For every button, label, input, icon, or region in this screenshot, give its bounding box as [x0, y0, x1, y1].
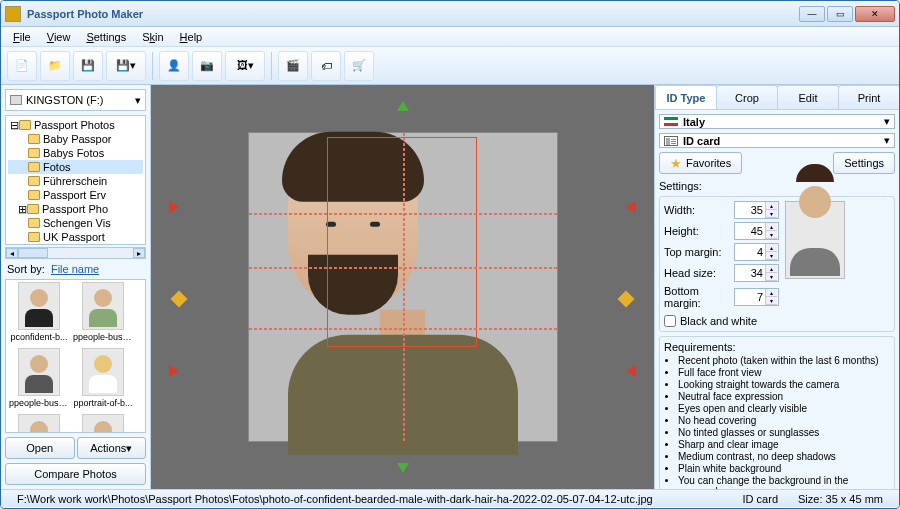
marker-left-bot[interactable]	[169, 365, 179, 377]
sort-row: Sort by:File name	[3, 261, 148, 277]
status-bar: F:\Work work work\Photos\Passport Photos…	[1, 489, 899, 507]
tab-idtype[interactable]: ID Type	[655, 85, 717, 109]
country-select[interactable]: Italy▾	[659, 114, 895, 129]
thumb-item[interactable]: pportrait-of-b...	[72, 348, 134, 412]
thumb-item[interactable]: ppeople-busin...	[8, 348, 70, 412]
tag-button[interactable]: 🏷	[311, 51, 341, 81]
image-dropdown[interactable]: 🖼▾	[225, 51, 265, 81]
tree-hscroll[interactable]: ◂▸	[5, 247, 146, 259]
chevron-down-icon: ▾	[884, 115, 890, 128]
menu-help[interactable]: Help	[174, 29, 209, 45]
drive-selector[interactable]: KINGSTON (F:) ▾	[5, 89, 146, 111]
menu-file[interactable]: File	[7, 29, 37, 45]
photo-area[interactable]	[248, 132, 558, 442]
tree-item-selected: Fotos	[8, 160, 143, 174]
thumbnail-grid: pconfident-b... ppeople-busin... ppeople…	[5, 279, 146, 433]
save-as-button[interactable]: 💾▾	[106, 51, 146, 81]
menu-settings[interactable]: Settings	[80, 29, 132, 45]
close-button[interactable]: ✕	[855, 6, 895, 22]
marker-right-mid[interactable]	[618, 291, 635, 308]
save-button[interactable]: 💾	[73, 51, 103, 81]
new-button[interactable]: 📄	[7, 51, 37, 81]
chevron-down-icon: ▾	[884, 134, 890, 147]
requirements-box: Requirements: Recent photo (taken within…	[659, 336, 895, 489]
menu-view[interactable]: View	[41, 29, 77, 45]
cart-button[interactable]: 🛒	[344, 51, 374, 81]
star-icon: ★	[670, 156, 682, 171]
drive-icon	[10, 95, 22, 105]
guide-center	[403, 133, 405, 441]
bottom-margin-input[interactable]: ▴▾	[734, 288, 779, 306]
open-photo-button[interactable]: Open	[5, 437, 75, 459]
thumb-item[interactable]: pportrait-of-n...	[72, 414, 134, 433]
actions-button[interactable]: Actions ▾	[77, 437, 147, 459]
settings-label: Settings:	[659, 180, 895, 192]
user-button[interactable]: 👤	[159, 51, 189, 81]
doctype-select[interactable]: ID card▾	[659, 133, 895, 148]
video-button[interactable]: 🎬	[278, 51, 308, 81]
settings-box: Width:▴▾ Height:▴▾ Top margin:▴▾ Head si…	[659, 196, 895, 332]
minimize-button[interactable]: —	[799, 6, 825, 22]
sample-photo	[785, 201, 845, 279]
menu-skin[interactable]: Skin	[136, 29, 169, 45]
sort-link[interactable]: File name	[51, 263, 99, 275]
width-input[interactable]: ▴▾	[734, 201, 779, 219]
marker-left-mid[interactable]	[171, 291, 188, 308]
marker-right-bot[interactable]	[626, 365, 636, 377]
head-size-input[interactable]: ▴▾	[734, 264, 779, 282]
top-margin-input[interactable]: ▴▾	[734, 243, 779, 261]
tab-bar: ID Type Crop Edit Print	[655, 85, 899, 110]
favorites-button[interactable]: ★Favorites	[659, 152, 742, 174]
tab-print[interactable]: Print	[838, 85, 900, 109]
idcard-icon	[664, 136, 678, 146]
maximize-button[interactable]: ▭	[827, 6, 853, 22]
status-doc: ID card	[733, 493, 788, 505]
settings-button[interactable]: Settings	[833, 152, 895, 174]
flag-icon	[664, 117, 678, 127]
drive-label: KINGSTON (F:)	[26, 94, 103, 106]
app-title: Passport Photo Maker	[27, 8, 799, 20]
menu-bar: File View Settings Skin Help	[1, 27, 899, 47]
bw-checkbox[interactable]	[664, 315, 676, 327]
right-panel: ID Type Crop Edit Print Italy▾ ID card▾ …	[654, 85, 899, 489]
camera-button[interactable]: 📷	[192, 51, 222, 81]
marker-left-top[interactable]	[169, 201, 179, 213]
app-icon	[5, 6, 21, 22]
thumb-item[interactable]: pconfident-b...	[8, 282, 70, 346]
thumb-item[interactable]: pportrait-of-p...	[8, 414, 70, 433]
open-button[interactable]: 📁	[40, 51, 70, 81]
thumb-item[interactable]: ppeople-busin...	[72, 282, 134, 346]
tab-crop[interactable]: Crop	[716, 85, 778, 109]
left-panel: KINGSTON (F:) ▾ ⊟Passport Photos Baby Pa…	[1, 85, 151, 489]
marker-top[interactable]	[397, 101, 409, 111]
marker-right-top[interactable]	[626, 201, 636, 213]
compare-button[interactable]: Compare Photos	[5, 463, 146, 485]
title-bar: Passport Photo Maker — ▭ ✕	[1, 1, 899, 27]
tab-edit[interactable]: Edit	[777, 85, 839, 109]
height-input[interactable]: ▴▾	[734, 222, 779, 240]
chevron-down-icon: ▾	[135, 94, 141, 107]
status-path: F:\Work work work\Photos\Passport Photos…	[7, 493, 663, 505]
canvas[interactable]	[151, 85, 654, 489]
marker-bottom[interactable]	[397, 463, 409, 473]
status-size: Size: 35 x 45 mm	[788, 493, 893, 505]
folder-tree[interactable]: ⊟Passport Photos Baby Passpor Babys Foto…	[5, 115, 146, 245]
toolbar: 📄 📁 💾 💾▾ 👤 📷 🖼▾ 🎬 🏷 🛒	[1, 47, 899, 85]
